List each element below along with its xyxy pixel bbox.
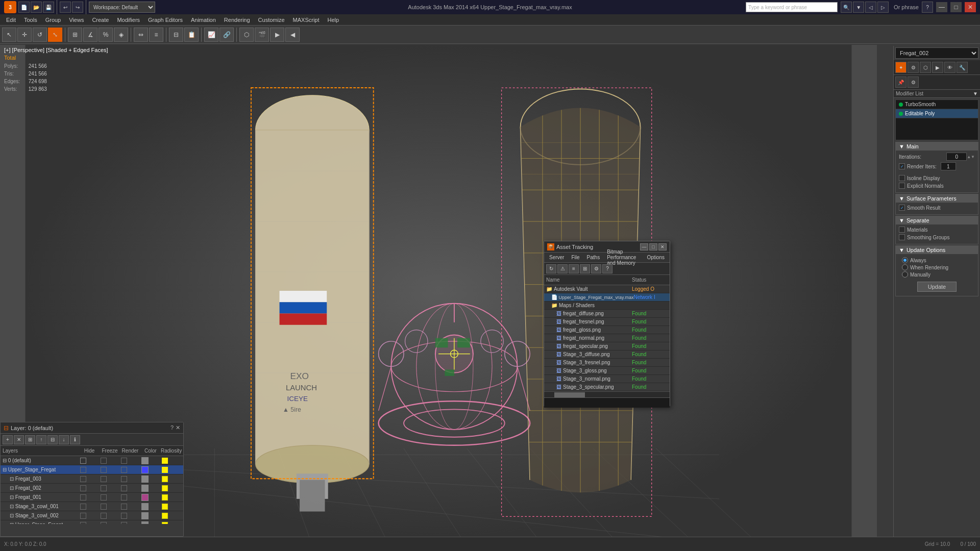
asset-row-maps[interactable]: 📁 Maps / Shaders [544,302,670,310]
utilities-icon[interactable]: 🔧 [957,62,968,73]
render-iters-checkbox[interactable] [899,163,905,169]
menu-edit[interactable]: Edit [2,16,20,24]
layer-row-stage3-cowl-001[interactable]: ⊡ Stage_3_cowl_001 [1,502,183,511]
always-radio[interactable] [902,257,908,263]
new-btn[interactable]: 📄 [18,2,30,13]
align-tool[interactable]: ≡ [149,28,163,42]
close-btn[interactable]: ✕ [965,2,976,12]
layer-sel-btn[interactable]: ↑ [36,435,46,444]
scale-tool[interactable]: ⤡ [48,28,62,42]
schematic-view[interactable]: 🔗 [219,28,234,42]
asset-row-s3-gloss[interactable]: 🖼 Stage_3_gloss.png Found [544,367,670,375]
explicit-normals-checkbox[interactable] [899,183,905,189]
rollup-surface-header[interactable]: ▼ Surface Parameters [896,194,978,203]
curve-editor[interactable]: 📈 [204,28,218,42]
rollup-update-header[interactable]: ▼ Update Options [896,246,978,254]
asset-refresh-btn[interactable]: ↻ [546,264,556,273]
asset-config-btn[interactable]: ⚙ [591,264,601,273]
percent-snap[interactable]: % [99,28,113,42]
help-btn[interactable]: ? [922,2,933,13]
asset-maximize-btn[interactable]: □ [649,243,657,251]
spinner-snap[interactable]: ◈ [114,28,128,42]
menu-animation[interactable]: Animation [187,16,220,24]
layer-row-upper-stage-child[interactable]: ⊡ Upper_Stage_Fregat [1,520,183,524]
asset-menu-server[interactable]: Server [546,254,567,261]
modifier-editable-poly[interactable]: Editable Poly [896,109,978,118]
render-setup[interactable]: 🎬 [255,28,269,42]
redo-btn[interactable]: ↪ [72,2,83,13]
asset-grid-btn[interactable]: ⊞ [580,264,590,273]
material-editor[interactable]: ⬡ [239,28,254,42]
materials-checkbox[interactable] [899,227,905,233]
menu-graph-editors[interactable]: Graph Editors [144,16,187,24]
menu-views[interactable]: Views [65,16,88,24]
asset-scrollbar[interactable] [544,391,670,397]
prev-result[interactable]: ◁ [865,2,876,13]
motion-icon[interactable]: ▶ [932,62,943,73]
menu-create[interactable]: Create [88,16,113,24]
menu-rendering[interactable]: Rendering [220,16,254,24]
asset-menu-file[interactable]: File [568,254,582,261]
manually-radio[interactable] [902,271,908,278]
pin-icon[interactable]: 📌 [895,77,906,88]
save-btn[interactable]: 💾 [43,2,54,13]
open-btn[interactable]: 📂 [31,2,42,13]
snap-toggle[interactable]: ⊞ [68,28,82,42]
layers-close-btn[interactable]: ✕ [176,424,180,431]
asset-row-s3-normal[interactable]: 🖼 Stage_3_normal.png Found [544,375,670,383]
asset-scrollbar-thumb[interactable] [554,392,585,397]
menu-modifiers[interactable]: Modifiers [113,16,144,24]
rotate-tool[interactable]: ↺ [33,28,47,42]
asset-row-s3-fresnel[interactable]: 🖼 Stage_3_fresnel.png Found [544,359,670,367]
hierarchy-icon[interactable]: ⬡ [920,62,931,73]
display-icon[interactable]: 👁 [944,62,955,73]
when-rendering-radio[interactable] [902,264,908,270]
asset-row-s3-diffuse[interactable]: 🖼 Stage_3_diffuse.png Found [544,350,670,359]
rollup-separate-header[interactable]: ▼ Separate [896,216,978,224]
layer-down-btn[interactable]: ↓ [59,435,69,444]
asset-all-btn[interactable]: ≡ [569,264,579,273]
layer-add-btn[interactable]: + [3,435,13,444]
asset-close-btn[interactable]: ✕ [658,243,667,251]
object-name-dropdown[interactable]: Fregat_002 [895,47,978,59]
rollup-main-header[interactable]: ▼ Main [896,142,978,151]
update-button[interactable]: Update [917,282,957,292]
layer-row-fregat-003[interactable]: ⊡ Fregat_003 [1,474,183,484]
asset-menu-options[interactable]: Options [644,254,668,261]
asset-row-gloss[interactable]: 🖼 fregat_gloss.png Found [544,326,670,334]
smoothing-groups-checkbox[interactable] [899,234,905,240]
asset-row-fresnel[interactable]: 🖼 fregat_fresnel.png Found [544,318,670,326]
asset-row-max-file[interactable]: 📄 Upper_Stage_Fregat_max_vray.max Networ… [544,293,670,302]
create-panel-icon[interactable]: ✦ [895,62,906,73]
layer-info-btn[interactable]: ℹ [70,435,80,444]
isoline-checkbox[interactable] [899,175,905,181]
modify-panel-icon[interactable]: ⚙ [908,62,919,73]
asset-missing-btn[interactable]: ⚠ [557,264,568,273]
search-box[interactable]: Type a keyword or phrase [746,2,838,12]
asset-row-s3-specular[interactable]: 🖼 Stage_3_specular.png Found [544,383,670,391]
layer-row-fregat-002[interactable]: ⊡ Fregat_002 [1,484,183,493]
iterations-down[interactable]: ▼ [971,155,975,159]
render-btn[interactable]: ▶ [270,28,284,42]
search-icon[interactable]: 🔍 [841,2,852,13]
asset-row-normal[interactable]: 🖼 fregat_normal.png Found [544,334,670,342]
menu-maxscript[interactable]: MAXScript [289,16,324,24]
layer-row-upper-stage[interactable]: ⊟ Upper_Stage_Fregat [1,465,183,474]
asset-row-diffuse[interactable]: 🖼 fregat_diffuse.png Found [544,310,670,318]
render-last[interactable]: ◀ [285,28,300,42]
iterations-input[interactable] [946,153,967,161]
asset-row-vault[interactable]: 📁 Autodesk Vault Logged O [544,285,670,293]
layer-row-stage3-cowl-002[interactable]: ⊡ Stage_3_cowl_002 [1,511,183,520]
render-iters-input[interactable] [941,162,956,170]
layer-row-default[interactable]: ⊟ 0 (default) [1,456,183,465]
layer-up-btn[interactable]: ⊟ [47,435,58,444]
maximize-btn[interactable]: □ [950,2,962,12]
layers-help-btn[interactable]: ? [170,424,174,431]
layer-manager[interactable]: ⊟ [169,28,183,42]
asset-row-specular[interactable]: 🖼 fregat_specular.png Found [544,342,670,350]
asset-input-row[interactable] [544,397,670,408]
minimize-btn[interactable]: — [936,2,947,12]
layer-row-fregat-001[interactable]: ⊡ Fregat_001 [1,493,183,502]
search-options[interactable]: ▼ [853,2,864,13]
modifier-turbosmioth[interactable]: TurboSmooth [896,100,978,109]
